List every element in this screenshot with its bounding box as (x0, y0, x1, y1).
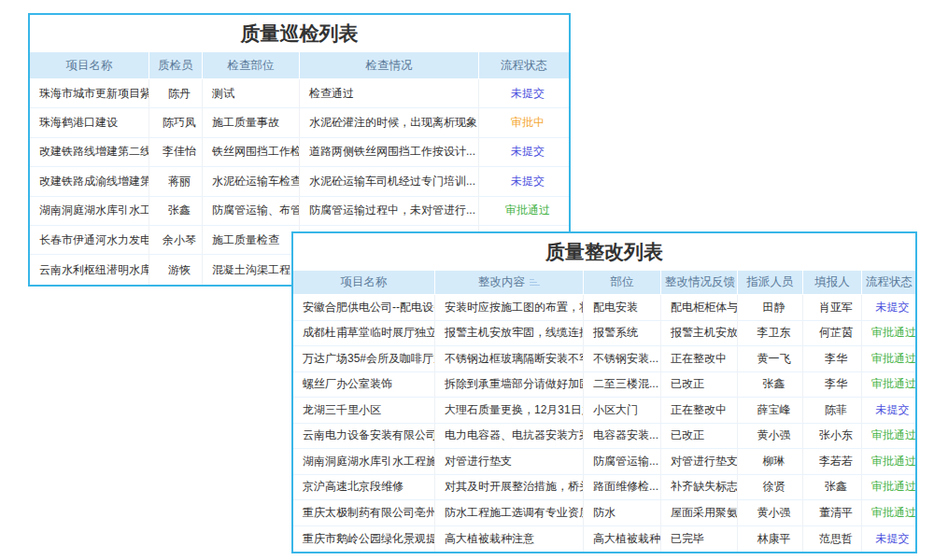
column-header-4: 流程状态 (479, 52, 569, 79)
project-name-link[interactable]: 万达广场35#会所及咖啡厅空... (293, 346, 435, 372)
project-name-link[interactable]: 长春市伊通河水力发电... (30, 226, 149, 255)
table-row: 重庆太极制药有限公司亳州中...防水工程施工选调有专业资质...防水屋面采用聚氨… (293, 500, 915, 526)
column-header-4: 指派人员 (738, 271, 803, 295)
reporter-link[interactable]: 肖亚军 (803, 295, 862, 321)
column-header-label: 指派人员 (747, 275, 794, 288)
table-row: 珠海鹤港口建设陈巧凤施工质量事故水泥砼灌注的时候，出现离析现象审批中 (30, 108, 569, 137)
project-name-link[interactable]: 重庆太极制药有限公司亳州中... (293, 500, 435, 526)
cell-part: 二至三楼混... (584, 372, 661, 399)
assignee-link[interactable]: 张鑫 (738, 372, 803, 399)
assignee-link[interactable]: 李卫东 (738, 321, 803, 347)
column-header-2: 检查部位 (203, 52, 300, 79)
cell-rectify-content: 报警主机安放牢固，线缆连接... (435, 321, 584, 347)
table-row: 改建铁路线增建第二线...李佳怡铁丝网围挡工作检查道路两侧铁丝网围挡工作按设计.… (30, 138, 569, 167)
cell-rectify-content: 对其及时开展整治措施，桥头... (435, 475, 584, 501)
reporter-link[interactable]: 董清平 (803, 500, 862, 526)
column-header-3: 整改情况反馈 (661, 271, 738, 295)
reporter-link[interactable]: 李华 (803, 372, 862, 399)
cell-rectify-content: 电力电容器、电抗器安装方案，... (435, 424, 584, 450)
column-header-label: 检查部位 (228, 59, 275, 72)
cell-rectify-content: 拆除到承重墙部分请做好加固... (435, 372, 584, 399)
reporter-link[interactable]: 张小东 (803, 424, 862, 450)
inspector-link[interactable]: 余小琴 (149, 226, 203, 255)
project-name-link[interactable]: 湖南洞庭湖水库引水工程施工标 (293, 449, 435, 475)
column-header-label: 流程状态 (866, 275, 913, 288)
cell-feedback: 屋面采用聚氨... (661, 500, 738, 526)
inspector-link[interactable]: 游恢 (149, 255, 203, 284)
table-row: 螺丝厂办公室装饰拆除到承重墙部分请做好加固...二至三楼混...已改正张鑫李华审… (293, 372, 915, 399)
inspection-header-row: 项目名称质检员检查部位检查情况流程状态 (30, 52, 569, 79)
sort-icon[interactable] (530, 277, 540, 287)
reporter-link[interactable]: 张鑫 (803, 475, 862, 501)
cell-rectify-content: 高大植被栽种注意 (435, 526, 584, 553)
project-name-link[interactable]: 龙湖三千里小区 (293, 398, 435, 424)
assignee-link[interactable]: 黄一飞 (738, 346, 803, 372)
inspector-link[interactable]: 李佳怡 (149, 138, 203, 167)
column-header-5: 填报人 (803, 271, 862, 295)
reporter-link[interactable]: 范思哲 (803, 526, 862, 553)
cell-inspect-situation: 检查通过 (300, 79, 479, 108)
project-name-link[interactable]: 云南水利枢纽潜明水库... (30, 255, 149, 284)
assignee-link[interactable]: 柳琳 (738, 449, 803, 475)
inspector-link[interactable]: 陈丹 (149, 79, 203, 108)
inspector-link[interactable]: 陈巧凤 (149, 108, 203, 137)
project-name-link[interactable]: 成都杜甫草堂临时展厅独立展... (293, 321, 435, 347)
rectify-table-card: 质量整改列表 项目名称整改内容部位整改情况反馈指派人员填报人流程状态 安徽合肥供… (291, 231, 917, 553)
cell-inspect-situation: 水泥砼运输车司机经过专门培训... (300, 167, 479, 196)
cell-inspect-part: 施工质量检查 (203, 226, 300, 255)
project-name-link[interactable]: 京沪高速北京段维修 (293, 475, 435, 501)
table-row: 万达广场35#会所及咖啡厅空...不锈钢边框玻璃隔断安装不牢...不锈钢安装..… (293, 346, 915, 372)
column-header-3: 检查情况 (300, 52, 479, 79)
project-name-link[interactable]: 改建铁路成渝线增建第... (30, 167, 149, 196)
column-header-label: 流程状态 (501, 59, 547, 72)
inspector-link[interactable]: 蒋丽 (149, 167, 203, 196)
status-badge: 审批通过 (862, 321, 915, 347)
assignee-link[interactable]: 徐贤 (738, 475, 803, 501)
column-header-1[interactable]: 整改内容 (435, 271, 584, 295)
status-badge: 未提交 (479, 167, 569, 196)
cell-part: 不锈钢安装... (584, 346, 661, 372)
cell-inspect-part: 铁丝网围挡工作检查 (203, 138, 300, 167)
column-header-6: 流程状态 (862, 271, 915, 295)
cell-rectify-content: 大理石质量更换，12月31日之... (435, 398, 584, 424)
cell-feedback: 已改正 (661, 424, 738, 450)
cell-part: 路面维修检... (584, 475, 661, 501)
assignee-link[interactable]: 薛宝峰 (738, 398, 803, 424)
cell-feedback: 正在整改中 (661, 398, 738, 424)
column-header-2: 部位 (584, 271, 661, 295)
project-name-link[interactable]: 重庆市鹅岭公园绿化景观提升... (293, 526, 435, 553)
table-row: 湖南洞庭湖水库引水工程施工标对管进行垫支防腐管运输...对管进行垫支柳琳李若若审… (293, 449, 915, 475)
project-name-link[interactable]: 螺丝厂办公室装饰 (293, 372, 435, 399)
cell-feedback: 已完毕 (661, 526, 738, 553)
project-name-link[interactable]: 改建铁路线增建第二线... (30, 138, 149, 167)
rectify-header-row: 项目名称整改内容部位整改情况反馈指派人员填报人流程状态 (293, 271, 915, 295)
table-row: 湖南洞庭湖水库引水工...张鑫防腐管运输、布管防腐管运输过程中，未对管进行...… (30, 197, 569, 226)
project-name-link[interactable]: 安徽合肥供电公司--配电设备... (293, 295, 435, 321)
reporter-link[interactable]: 李华 (803, 346, 862, 372)
column-header-label: 项目名称 (341, 275, 388, 288)
reporter-link[interactable]: 李若若 (803, 449, 862, 475)
assignee-link[interactable]: 林康平 (738, 526, 803, 553)
column-header-label: 项目名称 (66, 59, 113, 72)
column-header-0: 项目名称 (30, 52, 149, 79)
project-name-link[interactable]: 珠海鹤港口建设 (30, 108, 149, 137)
cell-feedback: 补齐缺失标志... (661, 475, 738, 501)
assignee-link[interactable]: 黄小强 (738, 424, 803, 450)
status-badge: 审批通过 (862, 449, 915, 475)
reporter-link[interactable]: 何芷茵 (803, 321, 862, 347)
status-badge: 审批中 (479, 108, 569, 137)
column-header-0: 项目名称 (293, 271, 435, 295)
cell-part: 防腐管运输... (584, 449, 661, 475)
table-row: 龙湖三千里小区大理石质量更换，12月31日之...小区大门正在整改中薛宝峰陈菲未… (293, 398, 915, 424)
assignee-link[interactable]: 黄小强 (738, 500, 803, 526)
reporter-link[interactable]: 陈菲 (803, 398, 862, 424)
rectify-table: 项目名称整改内容部位整改情况反馈指派人员填报人流程状态 安徽合肥供电公司--配电… (293, 271, 915, 552)
project-name-link[interactable]: 云南电力设备安装有限公司20... (293, 424, 435, 450)
project-name-link[interactable]: 湖南洞庭湖水库引水工... (30, 197, 149, 226)
inspector-link[interactable]: 张鑫 (149, 197, 203, 226)
rectify-table-title: 质量整改列表 (293, 233, 915, 271)
cell-inspect-part: 防腐管运输、布管 (203, 197, 300, 226)
project-name-link[interactable]: 珠海市城市更新项目紫... (30, 79, 149, 108)
assignee-link[interactable]: 田静 (738, 295, 803, 321)
cell-part: 配电安装 (584, 295, 661, 321)
